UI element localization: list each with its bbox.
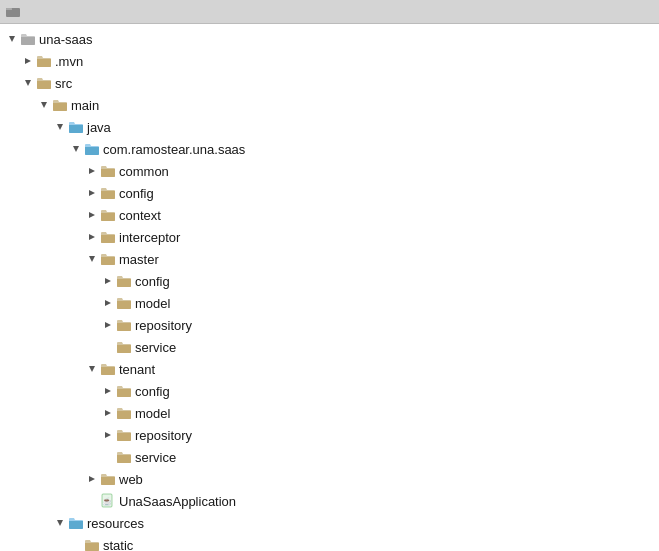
toggle-java[interactable] xyxy=(52,119,68,135)
item-label-mvn: .mvn xyxy=(55,54,83,69)
tree-item-una-saas[interactable]: una-saas xyxy=(0,28,659,50)
folder-icon-master-model xyxy=(116,295,132,311)
svg-rect-1 xyxy=(6,8,12,10)
tree-item-master-repository[interactable]: repository xyxy=(0,314,659,336)
item-label-config1: config xyxy=(119,186,154,201)
toggle-master[interactable] xyxy=(84,251,100,267)
item-label-com: com.ramostear.una.saas xyxy=(103,142,245,157)
toggle-common[interactable] xyxy=(84,163,100,179)
folder-icon-src xyxy=(36,75,52,91)
toggle-resources[interactable] xyxy=(52,515,68,531)
project-icon xyxy=(6,5,20,19)
svg-marker-4 xyxy=(25,80,31,86)
folder-icon-master-repository xyxy=(116,317,132,333)
folder-icon-main xyxy=(52,97,68,113)
item-label-tenant: tenant xyxy=(119,362,155,377)
tree-item-tenant-config[interactable]: config xyxy=(0,380,659,402)
tree-item-resources[interactable]: resources xyxy=(0,512,659,534)
toggle-una-saas[interactable] xyxy=(4,31,20,47)
tree-item-common[interactable]: common xyxy=(0,160,659,182)
svg-marker-2 xyxy=(9,36,15,42)
tree-item-master[interactable]: master xyxy=(0,248,659,270)
item-label-java: java xyxy=(87,120,111,135)
toggle-static[interactable] xyxy=(68,537,84,551)
svg-marker-5 xyxy=(41,102,47,108)
tree-item-tenant-repository[interactable]: repository xyxy=(0,424,659,446)
svg-marker-15 xyxy=(105,322,111,328)
toggle-tenant-config[interactable] xyxy=(100,383,116,399)
tree-item-tenant-model[interactable]: model xyxy=(0,402,659,424)
toggle-master-repository[interactable] xyxy=(100,317,116,333)
toggle-com[interactable] xyxy=(68,141,84,157)
svg-marker-17 xyxy=(105,388,111,394)
svg-marker-7 xyxy=(73,146,79,152)
tree-item-tenant-service[interactable]: service xyxy=(0,446,659,468)
item-label-master-config: config xyxy=(135,274,170,289)
toggle-tenant-repository[interactable] xyxy=(100,427,116,443)
item-label-common: common xyxy=(119,164,169,179)
toggle-config1[interactable] xyxy=(84,185,100,201)
tree-item-mvn[interactable]: .mvn xyxy=(0,50,659,72)
tree-item-tenant[interactable]: tenant xyxy=(0,358,659,380)
toggle-interceptor[interactable] xyxy=(84,229,100,245)
folder-icon-una-saas xyxy=(20,31,36,47)
toggle-tenant-service[interactable] xyxy=(100,449,116,465)
tree-item-master-model[interactable]: model xyxy=(0,292,659,314)
tree-item-web[interactable]: web xyxy=(0,468,659,490)
toggle-master-config[interactable] xyxy=(100,273,116,289)
tree-item-main[interactable]: main xyxy=(0,94,659,116)
item-label-resources: resources xyxy=(87,516,144,531)
toggle-tenant[interactable] xyxy=(84,361,100,377)
item-label-context: context xyxy=(119,208,161,223)
toggle-web[interactable] xyxy=(84,471,100,487)
toggle-main[interactable] xyxy=(36,97,52,113)
item-label-master-service: service xyxy=(135,340,176,355)
tree-item-config1[interactable]: config xyxy=(0,182,659,204)
svg-text:☕: ☕ xyxy=(102,496,112,506)
tree-item-master-config[interactable]: config xyxy=(0,270,659,292)
toggle-context[interactable] xyxy=(84,207,100,223)
svg-marker-9 xyxy=(89,190,95,196)
svg-marker-16 xyxy=(89,366,95,372)
folder-icon-static xyxy=(84,537,100,551)
item-label-master-model: model xyxy=(135,296,170,311)
tree-container: una-saas .mvn src main java xyxy=(0,24,659,551)
svg-marker-10 xyxy=(89,212,95,218)
svg-marker-6 xyxy=(57,124,63,130)
folder-icon-context xyxy=(100,207,116,223)
item-label-app: UnaSaasApplication xyxy=(119,494,236,509)
toggle-src[interactable] xyxy=(20,75,36,91)
item-label-web: web xyxy=(119,472,143,487)
folder-icon-mvn xyxy=(36,53,52,69)
svg-marker-11 xyxy=(89,234,95,240)
tree-item-src[interactable]: src xyxy=(0,72,659,94)
title-bar xyxy=(0,0,659,24)
toggle-master-model[interactable] xyxy=(100,295,116,311)
svg-marker-14 xyxy=(105,300,111,306)
folder-icon-com xyxy=(84,141,100,157)
item-label-tenant-service: service xyxy=(135,450,176,465)
toggle-app[interactable] xyxy=(84,493,100,509)
toggle-master-service[interactable] xyxy=(100,339,116,355)
folder-icon-common xyxy=(100,163,116,179)
tree-item-com[interactable]: com.ramostear.una.saas xyxy=(0,138,659,160)
toggle-tenant-model[interactable] xyxy=(100,405,116,421)
app-file-icon: ☕ xyxy=(100,493,116,509)
item-label-interceptor: interceptor xyxy=(119,230,180,245)
folder-icon-tenant xyxy=(100,361,116,377)
tree-item-master-service[interactable]: service xyxy=(0,336,659,358)
toggle-mvn[interactable] xyxy=(20,53,36,69)
item-label-master-repository: repository xyxy=(135,318,192,333)
tree-item-app[interactable]: ☕ UnaSaasApplication xyxy=(0,490,659,512)
svg-marker-12 xyxy=(89,256,95,262)
folder-icon-master xyxy=(100,251,116,267)
tree-item-static[interactable]: static xyxy=(0,534,659,551)
svg-marker-13 xyxy=(105,278,111,284)
folder-icon-tenant-config xyxy=(116,383,132,399)
tree-item-interceptor[interactable]: interceptor xyxy=(0,226,659,248)
svg-marker-8 xyxy=(89,168,95,174)
tree-item-context[interactable]: context xyxy=(0,204,659,226)
folder-icon-resources xyxy=(68,515,84,531)
tree-item-java[interactable]: java xyxy=(0,116,659,138)
item-label-una-saas: una-saas xyxy=(39,32,92,47)
